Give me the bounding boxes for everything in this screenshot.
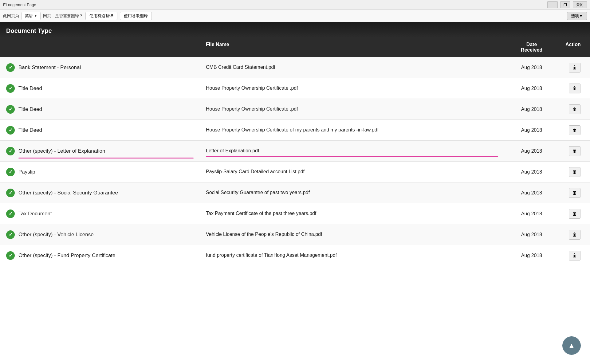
window-title: ELodgement Page bbox=[3, 2, 36, 7]
main-content: Document Type File Name DateReceived Act… bbox=[0, 22, 590, 364]
delete-button[interactable]: 🗑 bbox=[569, 63, 580, 72]
check-icon bbox=[6, 63, 15, 72]
file-name-cell: House Property Ownership Certificate .pd… bbox=[200, 81, 504, 95]
doc-type-label: Title Deed bbox=[18, 127, 42, 133]
check-icon bbox=[6, 189, 15, 197]
date-received-cell: Aug 2018 bbox=[504, 145, 559, 158]
table-row: Bank Statement - PersonalCMB Credit Card… bbox=[0, 57, 590, 78]
file-name-cell: Tax Payment Certificate of the past thre… bbox=[200, 206, 504, 221]
check-icon bbox=[6, 168, 15, 176]
file-name-cell: Letter of Explanation.pdf bbox=[200, 144, 504, 158]
close-window-button[interactable]: 关闭 bbox=[573, 1, 587, 8]
window-controls: — ❐ 关闭 bbox=[547, 1, 587, 8]
action-cell: 🗑 bbox=[559, 80, 590, 97]
delete-button[interactable]: 🗑 bbox=[569, 104, 580, 114]
file-name-cell: Social Security Guarantee of past two ye… bbox=[200, 186, 504, 200]
google-translate-button[interactable]: 使用谷歌翻译 bbox=[120, 12, 152, 20]
delete-button[interactable]: 🗑 bbox=[569, 251, 580, 260]
date-received-cell: Aug 2018 bbox=[504, 228, 559, 241]
action-cell: 🗑 bbox=[559, 101, 590, 118]
translation-suffix: 网页，是否需要翻译？ bbox=[43, 13, 83, 19]
table-header: File Name DateReceived Action bbox=[0, 37, 590, 57]
action-cell: 🗑 bbox=[559, 59, 590, 76]
options-button[interactable]: 选项▼ bbox=[567, 12, 587, 20]
doc-type-cell: Bank Statement - Personal bbox=[0, 60, 200, 76]
translation-prefix: 此网页为 bbox=[3, 13, 19, 19]
doc-type-label: Tax Document bbox=[18, 211, 52, 217]
doc-type-cell: Other (specify) - Vehicle License bbox=[0, 227, 200, 243]
delete-button[interactable]: 🗑 bbox=[569, 188, 580, 198]
action-cell: 🗑 bbox=[559, 122, 590, 139]
doc-type-label: Title Deed bbox=[18, 85, 42, 92]
youdao-translate-button[interactable]: 使用有道翻译 bbox=[85, 12, 117, 20]
doc-type-label: Payslip bbox=[18, 169, 35, 175]
minimize-button[interactable]: — bbox=[547, 1, 558, 8]
doc-type-cell: Other (specify) - Letter of Explanation bbox=[0, 143, 200, 159]
check-icon bbox=[6, 147, 15, 155]
delete-button[interactable]: 🗑 bbox=[569, 230, 580, 240]
table-row: Title DeedHouse Property Ownership Certi… bbox=[0, 78, 590, 99]
table-row: PayslipPayslip-Salary Card Detailed acco… bbox=[0, 162, 590, 182]
action-cell: 🗑 bbox=[559, 205, 590, 222]
check-icon bbox=[6, 126, 15, 135]
scroll-to-top-button[interactable] bbox=[562, 336, 581, 355]
date-received-cell: Aug 2018 bbox=[504, 61, 559, 74]
check-icon bbox=[6, 105, 15, 114]
highlight-underline bbox=[18, 158, 194, 159]
file-name-cell: CMB Credit Card Statement.pdf bbox=[200, 60, 504, 74]
date-received-cell: Aug 2018 bbox=[504, 249, 559, 262]
col-header-date: DateReceived bbox=[504, 37, 559, 57]
action-cell: 🗑 bbox=[559, 143, 590, 160]
document-type-header-dark: Document Type bbox=[6, 27, 52, 34]
file-name-cell: House Property Ownership Certificate .pd… bbox=[200, 102, 504, 116]
col-header-doctype bbox=[0, 37, 200, 57]
restore-button[interactable]: ❐ bbox=[560, 1, 570, 8]
date-received-cell: Aug 2018 bbox=[504, 82, 559, 95]
action-cell: 🗑 bbox=[559, 226, 590, 243]
doc-type-cell: Tax Document bbox=[0, 206, 200, 222]
file-name-cell: Payslip-Salary Card Detailed account Lis… bbox=[200, 165, 504, 179]
doc-type-cell: Title Deed bbox=[0, 122, 200, 138]
date-received-cell: Aug 2018 bbox=[504, 103, 559, 116]
table-body: Bank Statement - PersonalCMB Credit Card… bbox=[0, 57, 590, 266]
language-selector[interactable]: 英语 ▼ bbox=[22, 12, 41, 20]
action-cell: 🗑 bbox=[559, 163, 590, 181]
doc-type-label: Other (specify) - Fund Property Certific… bbox=[18, 252, 116, 259]
check-icon bbox=[6, 84, 15, 93]
check-icon bbox=[6, 251, 15, 260]
language-dropdown-arrow: ▼ bbox=[34, 14, 37, 18]
date-received-cell: Aug 2018 bbox=[504, 124, 559, 137]
file-name-cell: Vehicle License of the People's Republic… bbox=[200, 227, 504, 241]
date-received-cell: Aug 2018 bbox=[504, 207, 559, 220]
delete-button[interactable]: 🗑 bbox=[569, 125, 580, 135]
table-row: Other (specify) - Social Security Guaran… bbox=[0, 182, 590, 203]
table-row: Other (specify) - Fund Property Certific… bbox=[0, 245, 590, 266]
table-row: Other (specify) - Vehicle LicenseVehicle… bbox=[0, 224, 590, 245]
title-bar: ELodgement Page — ❐ 关闭 bbox=[0, 0, 590, 10]
doc-type-cell: Title Deed bbox=[0, 80, 200, 96]
delete-button[interactable]: 🗑 bbox=[569, 209, 580, 219]
action-cell: 🗑 bbox=[559, 247, 590, 264]
doc-type-cell: Other (specify) - Social Security Guaran… bbox=[0, 185, 200, 201]
col-header-filename: File Name bbox=[200, 37, 504, 57]
doc-type-label: Title Deed bbox=[18, 106, 42, 112]
table-row: Other (specify) - Letter of ExplanationL… bbox=[0, 141, 590, 162]
delete-button[interactable]: 🗑 bbox=[569, 84, 580, 93]
date-received-cell: Aug 2018 bbox=[504, 166, 559, 178]
check-icon bbox=[6, 230, 15, 239]
check-icon bbox=[6, 209, 15, 218]
table-row: Title DeedHouse Property Ownership Certi… bbox=[0, 120, 590, 141]
doc-type-cell: Payslip bbox=[0, 164, 200, 180]
doc-type-cell: Other (specify) - Fund Property Certific… bbox=[0, 248, 200, 264]
delete-button[interactable]: 🗑 bbox=[569, 146, 580, 156]
action-cell: 🗑 bbox=[559, 184, 590, 202]
doc-type-cell: Title Deed bbox=[0, 101, 200, 117]
doc-type-label: Bank Statement - Personal bbox=[18, 65, 81, 71]
doc-type-label: Other (specify) - Letter of Explanation bbox=[18, 148, 105, 154]
delete-button[interactable]: 🗑 bbox=[569, 167, 580, 177]
file-name-cell: House Property Ownership Certificate of … bbox=[200, 123, 504, 137]
doc-type-label: Other (specify) - Social Security Guaran… bbox=[18, 190, 118, 196]
date-received-cell: Aug 2018 bbox=[504, 186, 559, 199]
table-row: Tax DocumentTax Payment Certificate of t… bbox=[0, 203, 590, 224]
file-name-cell: fund property certificate of TianHong As… bbox=[200, 248, 504, 262]
